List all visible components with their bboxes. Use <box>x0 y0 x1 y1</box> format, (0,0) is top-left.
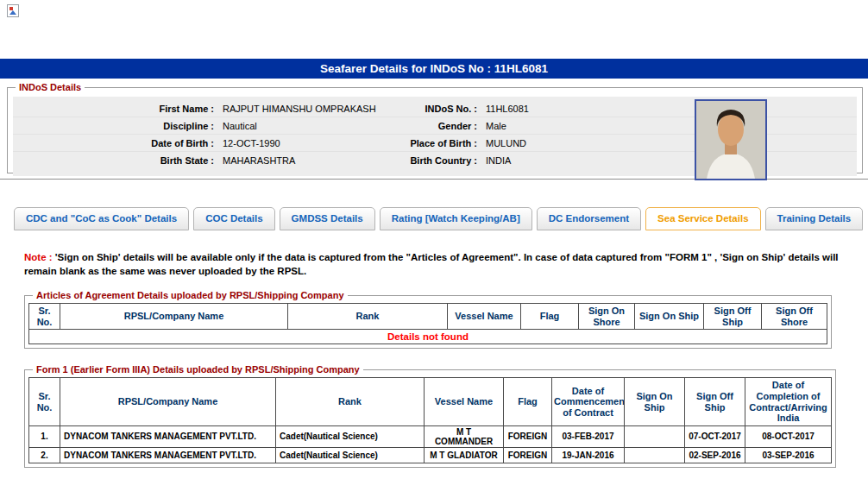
birth-country-label: Birth Country : <box>367 155 483 166</box>
place-of-birth-value: MULUND <box>483 138 857 148</box>
discipline-value: Nautical <box>220 121 367 131</box>
date-of-birth-value: 12-OCT-1990 <box>220 138 367 148</box>
cell-vessel-name: M T GLADIATOR <box>425 447 504 463</box>
cell-company-name: DYNACOM TANKERS MANAGEMENT PVT.LTD. <box>60 447 276 463</box>
tab-coc-details[interactable]: COC Details <box>193 207 274 230</box>
place-of-birth-label: Place of Birth : <box>367 138 483 148</box>
cell-date-completion: 08-OCT-2017 <box>745 425 832 447</box>
note-text: Note : 'Sign on Ship' details will be av… <box>24 251 854 278</box>
cell-rank: Cadet(Nautical Science) <box>276 447 425 463</box>
gender-value: Male <box>483 121 857 131</box>
tab-cdc-coc-cook-details[interactable]: CDC and "CoC as Cook" Details <box>14 207 189 230</box>
col-rpsl-company-name: RPSL/Company Name <box>60 304 288 330</box>
col-sign-on-shore: Sign On Shore <box>579 304 635 330</box>
tab-dc-endorsement[interactable]: DC Endorsement <box>537 207 641 230</box>
table-row: 2. DYNACOM TANKERS MANAGEMENT PVT.LTD. C… <box>29 447 832 463</box>
note-body: 'Sign on Ship' details will be available… <box>24 252 839 276</box>
col-vessel-name: Vessel Name <box>448 304 521 330</box>
note-prefix: Note : <box>24 252 53 262</box>
col-flag: Flag <box>504 378 552 426</box>
col-vessel-name: Vessel Name <box>425 378 504 426</box>
cell-date-commencement: 19-JAN-2016 <box>552 447 625 463</box>
cell-sr-no: 1. <box>29 425 60 447</box>
cell-sign-on-ship <box>625 425 685 447</box>
articles-legend: Articles of Agreement Details uploaded b… <box>33 290 348 300</box>
tab-rating-watch-keeping-ab[interactable]: Rating [Watch Keeping/AB] <box>380 207 532 230</box>
page-title: Seafarer Details for INDoS No : 11HL6081 <box>0 59 868 79</box>
discipline-label: Discipline : <box>13 121 220 131</box>
cell-flag: FOREIGN <box>504 447 552 463</box>
form1-details-section: Form 1 (Earlier Form IIIA) Details uploa… <box>24 364 836 468</box>
table-row: 1. DYNACOM TANKERS MANAGEMENT PVT.LTD. C… <box>29 425 832 447</box>
table-header-row: Sr. No. RPSL/Company Name Rank Vessel Na… <box>29 304 827 330</box>
first-name-label: First Name : <box>13 104 220 114</box>
col-rpsl-company-name: RPSL/Company Name <box>60 378 276 426</box>
form1-table: Sr. No. RPSL/Company Name Rank Vessel Na… <box>28 377 832 463</box>
indos-no-value: 11HL6081 <box>483 104 857 114</box>
table-header-row: Sr. No. RPSL/Company Name Rank Vessel Na… <box>29 378 832 426</box>
birth-state-label: Birth State : <box>13 155 220 166</box>
cell-company-name: DYNACOM TANKERS MANAGEMENT PVT.LTD. <box>60 425 276 447</box>
tab-bar: CDC and "CoC as Cook" Details COC Detail… <box>14 207 868 230</box>
birth-country-value: INDIA <box>483 155 857 166</box>
cell-sign-off-ship: 07-OCT-2017 <box>685 425 745 447</box>
tab-sea-service-details[interactable]: Sea Service Details <box>645 207 761 230</box>
birth-state-value: MAHARASHTRA <box>220 155 367 166</box>
col-sr-no: Sr. No. <box>29 378 60 426</box>
articles-of-agreement-section: Articles of Agreement Details uploaded b… <box>24 290 832 349</box>
col-rank: Rank <box>276 378 425 426</box>
col-rank: Rank <box>288 304 448 330</box>
tab-training-details[interactable]: Training Details <box>765 207 864 230</box>
indos-details-section: INDoS Details First Name : RAJPUT HIMANS… <box>7 82 863 173</box>
empty-result-row: Details not found <box>29 330 827 344</box>
cell-rank: Cadet(Nautical Science) <box>276 425 425 447</box>
gender-label: Gender : <box>367 121 483 131</box>
details-not-found-message: Details not found <box>29 330 827 344</box>
cell-vessel-name: M T COMMANDER <box>425 425 504 447</box>
indos-details-legend: INDoS Details <box>16 82 85 92</box>
cell-sr-no: 2. <box>29 447 60 463</box>
indos-no-label: INDoS No. : <box>367 104 483 114</box>
seafarer-photo <box>695 99 767 180</box>
articles-table: Sr. No. RPSL/Company Name Rank Vessel Na… <box>28 303 827 344</box>
col-date-completion-of-contract: Date of Completion of Contract/Arriving … <box>745 378 832 426</box>
cell-date-commencement: 03-FEB-2017 <box>552 425 625 447</box>
col-flag: Flag <box>521 304 579 330</box>
cell-date-completion: 03-SEP-2016 <box>745 447 832 463</box>
col-sr-no: Sr. No. <box>29 304 60 330</box>
col-sign-off-ship: Sign Off Ship <box>704 304 762 330</box>
col-sign-on-ship: Sign On Ship <box>625 378 685 426</box>
cell-flag: FOREIGN <box>504 425 552 447</box>
tab-gmdss-details[interactable]: GMDSS Details <box>280 207 375 230</box>
first-name-value: RAJPUT HIMANSHU OMPRAKASH <box>220 104 367 114</box>
form1-legend: Form 1 (Earlier Form IIIA) Details uploa… <box>33 364 363 375</box>
date-of-birth-label: Date of Birth : <box>13 138 220 148</box>
cell-sign-on-ship <box>625 447 685 463</box>
col-sign-off-shore: Sign Off Shore <box>762 304 827 330</box>
col-date-commencement-of-contract: Date of Commencement of Contract <box>552 378 625 426</box>
col-sign-on-ship: Sign On Ship <box>635 304 704 330</box>
col-sign-off-ship: Sign Off Ship <box>685 378 745 426</box>
cell-sign-off-ship: 02-SEP-2016 <box>685 447 745 463</box>
broken-image-icon <box>7 4 19 17</box>
